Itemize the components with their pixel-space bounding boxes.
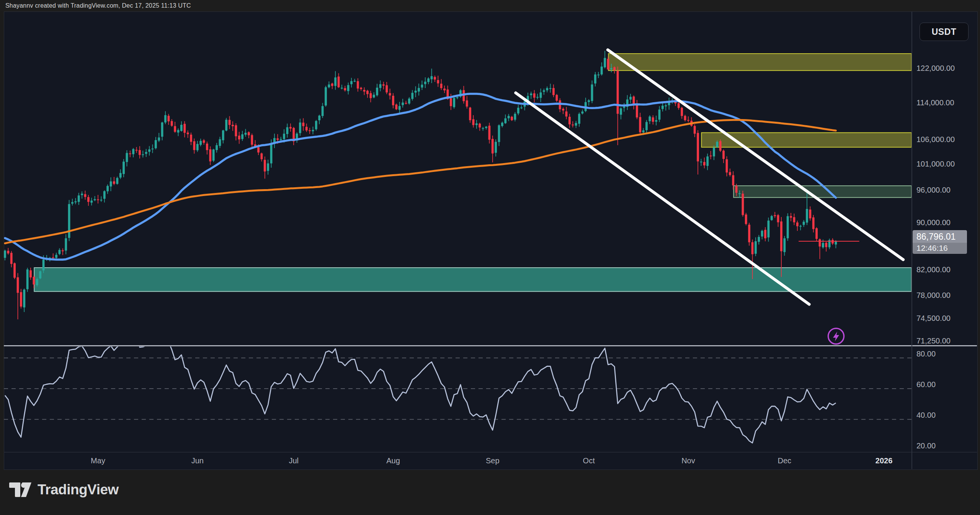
month-label-jun: Jun (182, 456, 213, 465)
price-tick-82000: 82,000.00 (916, 265, 951, 274)
price-tick-74500: 74,500.00 (916, 314, 951, 323)
bar-countdown: 12:46:16 (913, 243, 967, 254)
price-tick-122000: 122,000.00 (916, 64, 955, 73)
downtrend-line-main[interactable] (608, 50, 903, 260)
resistance-zone (733, 185, 912, 198)
price-chart-canvas[interactable] (4, 11, 977, 469)
quote-currency-badge[interactable]: USDT (920, 23, 969, 41)
month-label-dec: Dec (769, 456, 800, 465)
price-tick-114000: 114,000.00 (916, 98, 954, 107)
month-label-may: May (83, 456, 113, 465)
price-tick-90000: 90,000.00 (916, 218, 951, 227)
rsi-tick-20: 20.00 (916, 441, 936, 450)
price-tick-71250: 71,250.00 (916, 337, 951, 345)
year-label: 2026 (869, 456, 899, 465)
tradingview-logo-text: TradingView (38, 482, 119, 498)
last-price-value: 86,796.01 (913, 230, 967, 243)
price-tick-106000: 106,000.00 (916, 135, 955, 144)
rsi-tick-40: 40.00 (916, 411, 936, 420)
month-label-nov: Nov (673, 456, 704, 465)
month-label-sep: Sep (477, 456, 508, 465)
month-label-jul: Jul (278, 456, 309, 465)
supply-zone-ath (608, 53, 912, 71)
price-tick-101000: 101,000.00 (916, 160, 955, 168)
demand-zone (34, 267, 912, 292)
rsi-tick-60: 60.00 (916, 380, 936, 389)
tradingview-published-chart: { "topbar": {"attribution": "Shayannv cr… (0, 0, 980, 515)
attribution-text: Shayannv created with TradingView.com, D… (5, 2, 191, 9)
price-tick-96000: 96,000.00 (916, 186, 951, 195)
price-tick-78000: 78,000.00 (916, 291, 951, 300)
lightning-button[interactable] (828, 329, 844, 344)
rsi-line (5, 329, 836, 443)
tradingview-logo[interactable]: TradingView (9, 481, 119, 499)
tradingview-logo-icon (9, 481, 32, 499)
quote-currency-label: USDT (932, 27, 957, 37)
last-price-axis-label[interactable]: 86,796.01 12:46:16 (913, 230, 967, 254)
attribution-bar: Shayannv created with TradingView.com, D… (0, 0, 980, 11)
rsi-tick-80: 80.00 (916, 350, 936, 358)
month-label-aug: Aug (378, 456, 408, 465)
month-label-oct: Oct (573, 456, 604, 465)
